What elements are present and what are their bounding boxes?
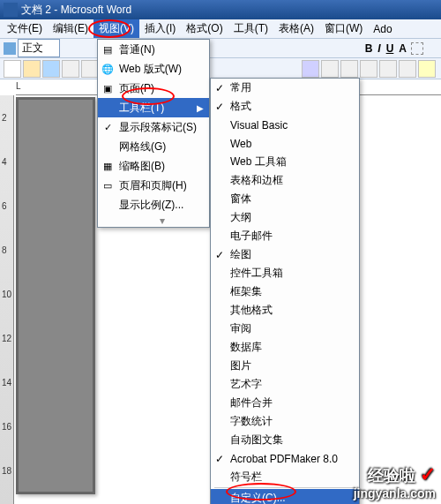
outdent-button[interactable] — [379, 60, 397, 78]
toolbar-item-21[interactable]: 符号栏 — [211, 468, 359, 486]
toolbar-item-label: Acrobat PDFMaker 8.0 — [230, 453, 338, 465]
toolbar-item-label: 窗体 — [230, 192, 251, 207]
toolbar-item-label: 其他格式 — [230, 303, 273, 318]
normal-view-icon: ▤ — [101, 42, 115, 56]
font-a-button[interactable]: A — [399, 42, 407, 55]
toolbar-item-label: 符号栏 — [230, 470, 262, 485]
checkmark-icon: ✓ — [101, 120, 115, 134]
menu-insert[interactable]: 插入(I) — [139, 19, 181, 38]
menu-edit[interactable]: 编辑(E) — [48, 19, 93, 38]
submenu-arrow-icon: ▶ — [197, 103, 204, 113]
indent-button[interactable] — [360, 60, 377, 78]
toolbar-item-10[interactable]: 控件工具箱 — [211, 264, 359, 282]
bold-button[interactable]: B — [365, 42, 373, 55]
view-header-footer[interactable]: ▭ 页眉和页脚(H) — [98, 176, 209, 195]
toolbar-item-label: 绘图 — [230, 247, 251, 262]
toolbar-item-16[interactable]: 艺术字 — [211, 375, 359, 394]
view-web[interactable]: 🌐 Web 版式(W) — [98, 59, 209, 79]
char-border-button[interactable] — [411, 42, 423, 55]
align-left-button[interactable] — [302, 60, 319, 78]
checkmark-icon: ✓ — [215, 82, 224, 94]
toolbar-item-1[interactable]: ✓格式 — [211, 97, 359, 116]
label: Web 版式(W) — [119, 62, 182, 77]
preview-button[interactable] — [81, 60, 99, 78]
highlight-button[interactable] — [418, 60, 436, 78]
toolbar-customize[interactable]: 自定义(C)... — [211, 489, 359, 504]
watermark-url: jingyanla.com — [354, 486, 436, 500]
view-gridlines[interactable]: 网格线(G) — [98, 137, 209, 156]
toolbar-item-label: Web — [230, 138, 251, 150]
ruler-tick: 16 — [2, 422, 11, 432]
toolbar-item-label: Web 工具箱 — [230, 154, 287, 169]
menu-format[interactable]: 格式(O) — [181, 19, 228, 38]
toolbar-item-5[interactable]: 表格和边框 — [211, 171, 359, 190]
formatting-toolbar: 正文 B I U A — [0, 39, 441, 58]
label: 页眉和页脚(H) — [119, 178, 187, 193]
style-selector[interactable]: 正文 — [18, 39, 60, 57]
save-button[interactable] — [42, 60, 60, 78]
label: 显示段落标记(S) — [119, 120, 197, 135]
menu-table[interactable]: 表格(A) — [273, 19, 319, 38]
checkmark-icon: ✓ — [215, 101, 224, 113]
word-icon — [4, 3, 18, 17]
view-toolbars[interactable]: 工具栏(T) ▶ — [98, 98, 209, 117]
toolbar-item-20[interactable]: ✓Acrobat PDFMaker 8.0 — [211, 449, 359, 468]
toolbar-item-19[interactable]: 自动图文集 — [211, 431, 359, 449]
view-zoom[interactable]: 显示比例(Z)... — [98, 195, 209, 214]
open-button[interactable] — [23, 60, 41, 78]
border-button[interactable] — [399, 60, 416, 78]
toolbar-item-9[interactable]: ✓绘图 — [211, 245, 359, 264]
toolbar-item-15[interactable]: 图片 — [211, 357, 359, 375]
toolbar-item-12[interactable]: 其他格式 — [211, 301, 359, 320]
toolbar-item-0[interactable]: ✓常用 — [211, 79, 359, 97]
align-right-button[interactable] — [340, 60, 358, 78]
view-page[interactable]: ▣ 页面(P) — [98, 79, 209, 98]
ruler-tick: 10 — [2, 290, 11, 299]
toolbar-item-label: 数据库 — [230, 340, 262, 355]
toolbar-item-3[interactable]: Web — [211, 134, 359, 153]
toolbar-item-label: 电子邮件 — [230, 229, 273, 244]
toolbar-item-label: 表格和边框 — [230, 173, 283, 188]
ruler-corner: L — [16, 81, 21, 91]
menu-window[interactable]: 窗口(W) — [319, 19, 368, 38]
toolbar-item-11[interactable]: 框架集 — [211, 282, 359, 301]
toolbar-item-18[interactable]: 字数统计 — [211, 412, 359, 431]
ruler-tick: 12 — [2, 334, 11, 343]
label: 缩略图(B) — [119, 159, 165, 174]
page-view-icon: ▣ — [101, 81, 115, 95]
vertical-ruler[interactable]: 24681012141618 — [0, 95, 14, 504]
align-center-button[interactable] — [321, 60, 339, 78]
view-expand[interactable]: ▾ — [98, 214, 209, 227]
menu-tools[interactable]: 工具(T) — [228, 19, 273, 38]
view-thumbnails[interactable]: ▦ 缩略图(B) — [98, 156, 209, 176]
label: 工具栏(T) — [119, 101, 164, 116]
toolbar-item-13[interactable]: 审阅 — [211, 320, 359, 338]
watermark-check-icon: ✓ — [420, 463, 436, 485]
ruler-tick: 6 — [2, 201, 7, 211]
view-show-paragraph[interactable]: ✓ 显示段落标记(S) — [98, 117, 209, 137]
toolbar-item-label: Visual Basic — [230, 119, 288, 132]
toolbar-item-7[interactable]: 大纲 — [211, 208, 359, 227]
toolbar-item-2[interactable]: Visual Basic — [211, 116, 359, 134]
print-button[interactable] — [62, 60, 79, 78]
titlebar: 文档 2 - Microsoft Word — [0, 0, 441, 19]
toolbar-item-6[interactable]: 窗体 — [211, 190, 359, 208]
heading-icon[interactable] — [4, 42, 16, 55]
toolbar-customize-label: 自定义(C)... — [230, 491, 286, 504]
new-button[interactable] — [4, 60, 21, 78]
menu-view[interactable]: 视图(V) — [93, 19, 139, 38]
toolbar-item-4[interactable]: Web 工具箱 — [211, 153, 359, 171]
view-normal[interactable]: ▤ 普通(N) — [98, 40, 209, 59]
underline-button[interactable]: U — [386, 42, 394, 55]
document-page[interactable] — [16, 97, 95, 494]
menubar: 文件(E) 编辑(E) 视图(V) 插入(I) 格式(O) 工具(T) 表格(A… — [0, 19, 441, 39]
toolbar-item-14[interactable]: 数据库 — [211, 338, 359, 357]
toolbar-item-17[interactable]: 邮件合并 — [211, 394, 359, 412]
italic-button[interactable]: I — [377, 42, 380, 55]
ruler-tick: 18 — [2, 466, 11, 476]
menu-ado[interactable]: Ado — [368, 21, 397, 37]
toolbar-item-label: 控件工具箱 — [230, 266, 283, 281]
menu-file[interactable]: 文件(E) — [2, 19, 48, 38]
toolbar-item-8[interactable]: 电子邮件 — [211, 227, 359, 245]
toolbars-submenu: ✓常用✓格式Visual BasicWebWeb 工具箱表格和边框窗体大纲电子邮… — [210, 78, 360, 504]
